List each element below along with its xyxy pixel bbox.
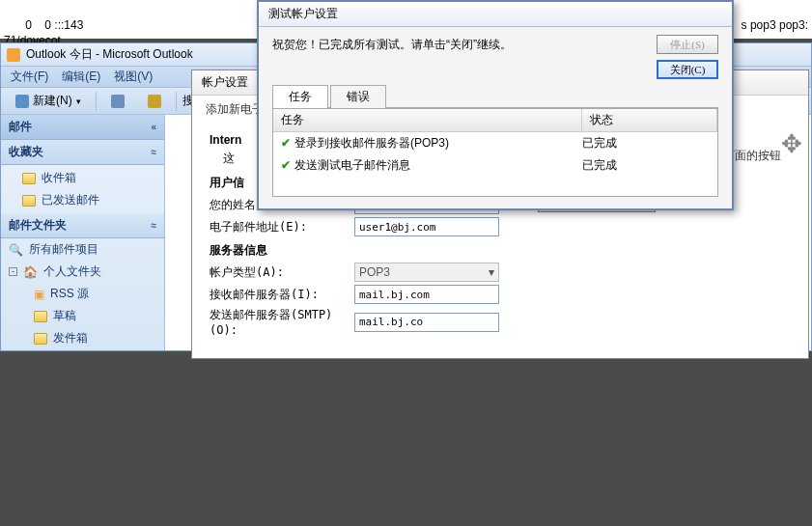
col-task: 任务 (273, 109, 582, 131)
divider (176, 92, 177, 111)
menu-view[interactable]: 视图(V) (114, 69, 153, 85)
nav-drafts[interactable]: 草稿 (1, 305, 164, 327)
col-status: 状态 (582, 109, 717, 131)
incoming-label: 接收邮件服务器(I): (210, 287, 354, 303)
outgoing-label: 发送邮件服务器(SMTP)(O): (210, 307, 354, 337)
nav-allitems[interactable]: 🔍 所有邮件项目 (1, 238, 164, 261)
nav-pane: 邮件 « 收藏夹 ≈ 收件箱 已发送邮件 邮件文件夹 ≈ 🔍 所有邮件项目 - … (1, 115, 165, 350)
folder-icon (34, 311, 47, 322)
type-value: POP3 (359, 265, 390, 279)
dialog-buttons: 停止(S) 关闭(C) (657, 35, 718, 79)
rss-icon: ▣ (34, 288, 44, 301)
nav-outbox[interactable]: 发件箱 (1, 327, 164, 349)
outbox-label: 发件箱 (53, 330, 88, 346)
book-icon (148, 95, 161, 108)
folders-label: 邮件文件夹 (9, 217, 67, 234)
window-title: Outlook 今日 - Microsoft Outlook (26, 46, 193, 63)
drafts-label: 草稿 (53, 308, 76, 324)
menu-file[interactable]: 文件(F) (11, 69, 48, 85)
nav-inbox[interactable]: 收件箱 (1, 167, 164, 189)
term-right: s pop3 pop3: (742, 17, 808, 33)
check-icon: ✔ (281, 158, 291, 172)
test-dialog-title: 测试帐户设置 (259, 2, 732, 27)
success-message: 祝贺您！已完成所有测试。请单击“关闭”继续。 (272, 37, 718, 53)
incoming-input[interactable] (354, 285, 499, 304)
table-row: ✔登录到接收邮件服务器(POP3) 已完成 (273, 132, 717, 154)
chevron-down-icon: ▾ (76, 97, 81, 106)
chevron-icon: ≈ (152, 147, 157, 157)
task-cell: ✔登录到接收邮件服务器(POP3) (277, 134, 578, 152)
nav-rss[interactable]: ▣RSS 源 (1, 283, 164, 305)
folder-icon (22, 173, 36, 184)
tabs: 任务 错误 (272, 84, 718, 108)
new-label: 新建(N) (33, 93, 72, 109)
task2-label: 发送测试电子邮件消息 (294, 158, 410, 172)
cursor-icon: ✥ (781, 129, 802, 159)
incoming-row: 接收邮件服务器(I): (210, 285, 791, 304)
favorites-label: 收藏夹 (9, 144, 43, 160)
table-row: ✔发送测试电子邮件消息 已完成 (273, 154, 717, 177)
table-header: 任务 状态 (273, 109, 717, 132)
task1-label: 登录到接收邮件服务器(POP3) (294, 136, 449, 150)
new-button[interactable]: 新建(N) ▾ (7, 90, 90, 112)
task-cell: ✔发送测试电子邮件消息 (277, 156, 578, 175)
nav-personal[interactable]: - 🏠 个人文件夹 (1, 261, 164, 283)
print-button[interactable] (102, 92, 133, 111)
rss-label: RSS 源 (50, 286, 89, 302)
sent-label: 已发送邮件 (42, 192, 99, 208)
email-input[interactable] (354, 217, 499, 236)
folder-icon (22, 195, 36, 207)
type-select[interactable]: POP3▾ (354, 263, 499, 282)
folder-icon (34, 333, 47, 345)
personal-label: 个人文件夹 (43, 263, 101, 280)
close-dialog-button[interactable]: 关闭(C) (657, 60, 718, 79)
favorites-section: 收件箱 已发送邮件 (1, 165, 164, 213)
server-info-header: 服务器信息 (210, 242, 791, 259)
test-account-dialog: 测试帐户设置 祝贺您！已完成所有测试。请单击“关闭”继续。 停止(S) 关闭(C… (257, 0, 734, 210)
folders-header[interactable]: 邮件文件夹 ≈ (1, 213, 164, 238)
allitems-label: 所有邮件项目 (29, 241, 98, 258)
check-icon: ✔ (281, 136, 291, 150)
email-label: 电子邮件地址(E): (210, 219, 354, 235)
nav-sent[interactable]: 已发送邮件 (1, 189, 164, 211)
tab-tasks[interactable]: 任务 (272, 85, 328, 108)
inbox-label: 收件箱 (42, 170, 76, 186)
type-row: 帐户类型(A): POP3▾ (210, 263, 791, 282)
chevron-left-icon: « (151, 122, 156, 132)
email-row: 电子邮件地址(E): (210, 217, 791, 236)
print-icon (111, 95, 125, 108)
chevron-down-icon: ▾ (489, 265, 494, 279)
mail-label: 邮件 (9, 119, 32, 135)
minus-icon[interactable]: - (9, 267, 17, 276)
menu-edit[interactable]: 编辑(E) (62, 69, 100, 85)
book-button[interactable] (139, 92, 170, 111)
outgoing-input[interactable] (354, 313, 499, 332)
type-label: 帐户类型(A): (210, 264, 354, 281)
search-icon: 🔍 (9, 243, 23, 257)
outgoing-row: 发送邮件服务器(SMTP)(O): (210, 307, 791, 337)
new-icon (15, 95, 29, 108)
divider (96, 92, 97, 111)
favorites-header[interactable]: 收藏夹 ≈ (1, 140, 164, 165)
task-table: 任务 状态 ✔登录到接收邮件服务器(POP3) 已完成 ✔发送测试电子邮件消息 … (272, 108, 718, 197)
status-cell: 已完成 (578, 156, 714, 175)
status-cell: 已完成 (578, 134, 714, 152)
tab-errors[interactable]: 错误 (330, 85, 386, 108)
chevron-icon: ≈ (152, 220, 157, 231)
mail-header[interactable]: 邮件 « (1, 115, 164, 140)
test-dialog-body: 祝贺您！已完成所有测试。请单击“关闭”继续。 停止(S) 关闭(C) 任务 错误… (259, 27, 732, 208)
outlook-icon (7, 48, 20, 62)
stop-button: 停止(S) (657, 35, 718, 54)
home-icon: 🏠 (23, 265, 38, 279)
